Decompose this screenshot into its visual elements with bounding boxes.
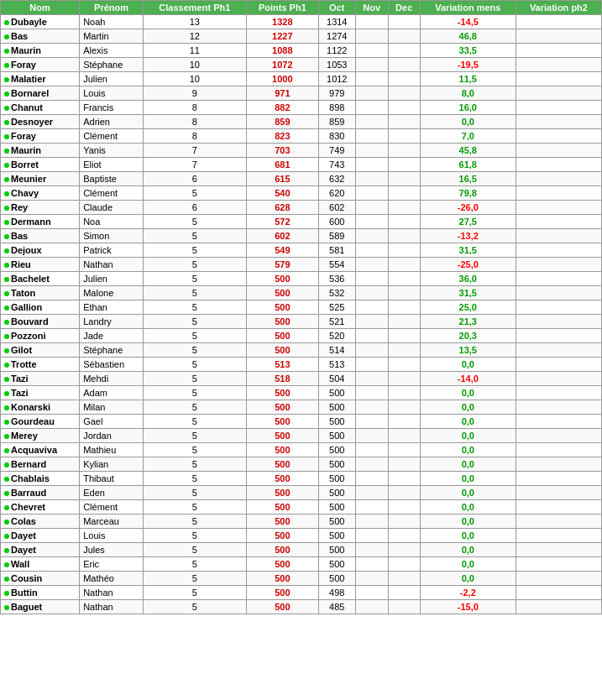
nov-cell [355,600,388,614]
table-row: RieuNathan5579554-25,0 [1,258,602,272]
classement-cell: 6 [143,172,246,186]
var-mens-cell: 0,0 [420,572,516,586]
dec-cell [388,400,420,415]
nom-cell: Dermann [1,215,80,229]
dec-cell [388,572,420,586]
classement-cell: 5 [143,272,246,286]
classement-cell: 5 [143,315,246,329]
nom-cell: Merey [1,429,80,443]
var-mens-cell: 16,0 [420,101,516,115]
var-mens-cell: 0,0 [420,500,516,515]
nom-cell: Chevret [1,500,80,515]
var-ph2-cell [516,515,601,529]
oct-cell: 898 [318,101,355,115]
var-ph2-cell [516,72,601,86]
nom-cell: Bouvard [1,315,80,329]
classement-cell: 7 [143,158,246,172]
table-row: DesnoyerAdrien88598590,0 [1,115,602,129]
nom-cell: Desnoyer [1,115,80,129]
var-ph2-cell [516,300,601,315]
dec-cell [388,457,420,472]
nom-cell: Maurin [1,44,80,58]
nom-cell: Gilot [1,343,80,358]
var-mens-cell: 27,5 [420,215,516,229]
nom-cell: Foray [1,58,80,72]
table-row: ChablaisThibaut55005000,0 [1,472,602,486]
table-row: GourdeauGael55005000,0 [1,415,602,429]
nov-cell [355,500,388,515]
oct-cell: 589 [318,229,355,243]
nom-cell: Meunier [1,172,80,186]
table-row: GilotStéphane550051413,5 [1,343,602,358]
var-mens-cell: 0,0 [420,515,516,529]
table-row: DejouxPatrick554958131,5 [1,243,602,258]
table-row: MeunierBaptiste661563216,5 [1,172,602,186]
classement-cell: 5 [143,543,246,557]
var-ph2-cell [516,258,601,272]
table-row: ColasMarceau55005000,0 [1,515,602,529]
dec-cell [388,529,420,543]
oct-cell: 500 [318,515,355,529]
points-cell: 628 [246,201,318,215]
table-row: TaziMehdi5518504-14,0 [1,372,602,386]
dec-cell [388,272,420,286]
oct-cell: 979 [318,86,355,101]
var-mens-cell: -26,0 [420,201,516,215]
var-ph2-cell [516,557,601,572]
points-cell: 1088 [246,44,318,58]
nov-cell [355,457,388,472]
nov-cell [355,215,388,229]
nom-cell: Bachelet [1,272,80,286]
nom-cell: Pozzoni [1,329,80,343]
var-ph2-cell [516,457,601,472]
nom-cell: Wall [1,557,80,572]
header-dec: Dec [388,1,420,15]
classement-cell: 8 [143,115,246,129]
oct-cell: 500 [318,386,355,400]
var-mens-cell: 8,0 [420,86,516,101]
oct-cell: 554 [318,258,355,272]
classement-cell: 5 [143,557,246,572]
header-nov: Nov [355,1,388,15]
oct-cell: 500 [318,543,355,557]
points-cell: 500 [246,457,318,472]
table-row: ReyClaude6628602-26,0 [1,201,602,215]
nov-cell [355,586,388,600]
table-row: BouvardLandry550052121,3 [1,315,602,329]
dec-cell [388,86,420,101]
prenom-cell: Stéphane [80,343,144,358]
classement-cell: 5 [143,529,246,543]
nov-cell [355,529,388,543]
rankings-table: Nom Prénom Classement Ph1 Points Ph1 Oct… [0,0,602,614]
nov-cell [355,358,388,372]
dec-cell [388,29,420,44]
points-cell: 500 [246,386,318,400]
prenom-cell: Jordan [80,429,144,443]
var-ph2-cell [516,172,601,186]
prenom-cell: Jules [80,543,144,557]
nov-cell [355,300,388,315]
oct-cell: 600 [318,215,355,229]
var-ph2-cell [516,343,601,358]
nom-cell: Chablais [1,472,80,486]
nom-cell: Dejoux [1,243,80,258]
nov-cell [355,258,388,272]
classement-cell: 12 [143,29,246,44]
table-row: ChanutFrancis888289816,0 [1,101,602,115]
dec-cell [388,44,420,58]
oct-cell: 1274 [318,29,355,44]
nom-cell: Baguet [1,600,80,614]
var-mens-cell: 20,3 [420,329,516,343]
table-row: MaurinAlexis111088112233,5 [1,44,602,58]
classement-cell: 5 [143,429,246,443]
prenom-cell: Stéphane [80,58,144,72]
nom-cell: Tazi [1,386,80,400]
classement-cell: 5 [143,329,246,343]
points-cell: 540 [246,186,318,201]
nom-cell: Taton [1,286,80,300]
var-ph2-cell [516,44,601,58]
var-mens-cell: 0,0 [420,115,516,129]
var-ph2-cell [516,372,601,386]
dec-cell [388,258,420,272]
nom-cell: Gallion [1,300,80,315]
